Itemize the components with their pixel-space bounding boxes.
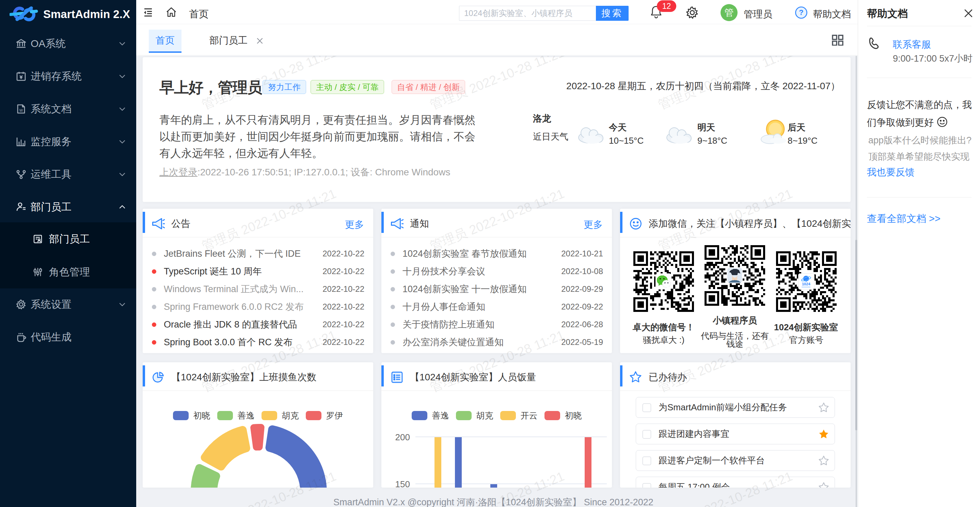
svg-text:?: ? [799,8,803,17]
svg-text:W: W [19,108,23,112]
svg-text:1024: 1024 [802,282,810,286]
